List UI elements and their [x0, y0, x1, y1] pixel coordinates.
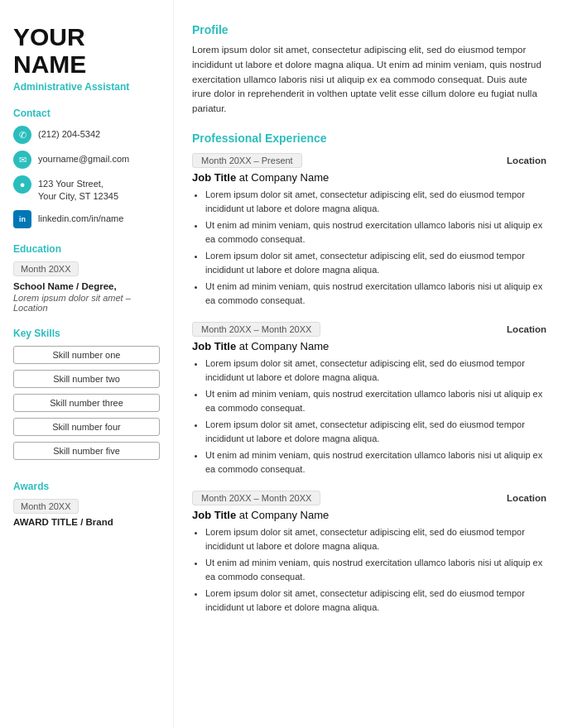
contact-address: ● 123 Your Street, Your City, ST 12345: [13, 175, 160, 204]
location-icon: ●: [13, 175, 31, 194]
bullet-item: Lorem ipsum dolor sit amet, consectetur …: [205, 357, 546, 384]
exp-job-title: Job Title at Company Name: [192, 509, 546, 521]
sidebar-job-title: Administrative Assistant: [13, 81, 160, 93]
exp-bullets: Lorem ipsum dolor sit amet, consectetur …: [192, 357, 546, 476]
contact-phone: ✆ (212) 204-5342: [13, 126, 160, 144]
bullet-item: Lorem ipsum dolor sit amet, consectetur …: [205, 525, 546, 553]
bullet-item: Lorem ipsum dolor sit amet, consectetur …: [205, 188, 546, 215]
linkedin-icon: in: [13, 210, 31, 228]
exp-location: Location: [507, 324, 546, 334]
bullet-item: Ut enim ad minim veniam, quis nostrud ex…: [205, 556, 546, 583]
contact-linkedin: in linkedin.com/in/name: [13, 210, 160, 228]
exp-header: Month 20XX – Month 20XXLocation: [192, 491, 546, 505]
skill-badge: Skill number four: [13, 418, 160, 436]
exp-job-title: Job Title at Company Name: [192, 340, 546, 352]
exp-job-title: Job Title at Company Name: [192, 171, 546, 184]
name-line1: YOUR NAME: [13, 23, 160, 78]
exp-header: Month 20XX – PresentLocation: [192, 153, 546, 168]
profile-text: Lorem ipsum dolor sit amet, consectetur …: [192, 43, 546, 117]
skill-badge: Skill number two: [13, 370, 160, 388]
exp-date-badge: Month 20XX – Present: [192, 153, 302, 168]
bullet-item: Ut enim ad minim veniam, quis nostrud ex…: [205, 387, 546, 414]
bullet-item: Lorem ipsum dolor sit amet, consectetur …: [205, 249, 546, 276]
experience-list: Month 20XX – PresentLocationJob Title at…: [192, 153, 546, 614]
education-header: Education: [13, 243, 160, 255]
sidebar: YOUR NAME Administrative Assistant Conta…: [0, 0, 174, 728]
resume-wrapper: YOUR NAME Administrative Assistant Conta…: [0, 0, 563, 728]
name-block: YOUR NAME Administrative Assistant: [13, 23, 160, 93]
award-title: AWARD TITLE / Brand: [13, 517, 160, 527]
skill-badge: Skill number one: [13, 346, 160, 364]
bullet-item: Lorem ipsum dolor sit amet, consectetur …: [205, 587, 546, 614]
exp-entry: Month 20XX – PresentLocationJob Title at…: [192, 153, 546, 307]
skills-header: Key Skills: [13, 328, 160, 339]
edu-detail: Lorem ipsum dolor sit amet – Location: [13, 293, 160, 313]
profile-title: Profile: [192, 23, 546, 36]
phone-icon: ✆: [13, 126, 31, 144]
exp-location: Location: [507, 493, 546, 503]
experience-title: Professional Experience: [192, 132, 546, 145]
main-content: Profile Lorem ipsum dolor sit amet, cons…: [174, 0, 563, 728]
edu-school: School Name / Degree,: [13, 281, 160, 291]
contact-email: ✉ yourname@gmail.com: [13, 151, 160, 169]
exp-date-badge: Month 20XX – Month 20XX: [192, 322, 320, 337]
bullet-item: Ut enim ad minim veniam, quis nostrud ex…: [205, 448, 546, 476]
exp-location: Location: [507, 156, 546, 165]
exp-date-badge: Month 20XX – Month 20XX: [192, 491, 320, 505]
bullet-item: Lorem ipsum dolor sit amet, consectetur …: [205, 418, 546, 445]
bullet-item: Ut enim ad minim veniam, quis nostrud ex…: [205, 218, 546, 246]
exp-entry: Month 20XX – Month 20XXLocationJob Title…: [192, 322, 546, 476]
email-icon: ✉: [13, 151, 31, 169]
exp-header: Month 20XX – Month 20XXLocation: [192, 322, 546, 337]
edu-date-badge: Month 20XX: [13, 261, 79, 276]
award-date-badge: Month 20XX: [13, 499, 79, 514]
awards-header: Awards: [13, 481, 160, 492]
bullet-item: Ut enim ad minim veniam, quis nostrud ex…: [205, 280, 546, 307]
skill-badge: Skill number five: [13, 442, 160, 460]
exp-entry: Month 20XX – Month 20XXLocationJob Title…: [192, 491, 546, 614]
exp-bullets: Lorem ipsum dolor sit amet, consectetur …: [192, 525, 546, 614]
skill-badge: Skill number three: [13, 394, 160, 412]
skills-list: Skill number oneSkill number twoSkill nu…: [13, 346, 160, 466]
exp-bullets: Lorem ipsum dolor sit amet, consectetur …: [192, 188, 546, 307]
contact-header: Contact: [13, 108, 160, 119]
